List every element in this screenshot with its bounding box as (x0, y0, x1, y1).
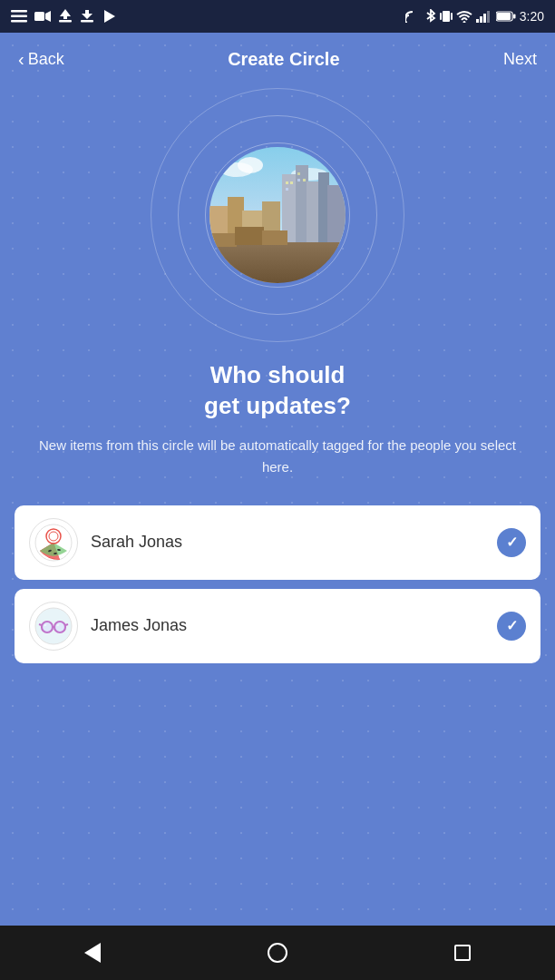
home-nav-icon (268, 943, 287, 963)
svg-point-24 (238, 157, 263, 173)
back-nav-button[interactable] (74, 935, 111, 971)
avatar-sarah (29, 518, 78, 567)
status-bar: 3:20 (0, 0, 555, 33)
svg-point-14 (462, 21, 465, 23)
recents-nav-icon (454, 945, 471, 961)
svg-point-10 (405, 21, 407, 23)
contact-item-sarah[interactable]: Sarah Jonas ✓ (15, 505, 540, 580)
svg-marker-9 (104, 10, 115, 23)
svg-rect-11 (443, 11, 450, 22)
recents-nav-button[interactable] (444, 935, 481, 971)
svg-rect-40 (303, 179, 306, 181)
svg-point-57 (43, 622, 53, 632)
svg-rect-17 (483, 14, 486, 23)
back-button[interactable]: ‹ Back (18, 49, 64, 70)
svg-rect-38 (297, 172, 300, 175)
svg-marker-8 (82, 10, 92, 19)
svg-rect-1 (11, 15, 27, 18)
svg-rect-16 (480, 16, 482, 23)
text-section: Who should get updates? New items from t… (0, 342, 555, 487)
svg-rect-35 (286, 181, 288, 184)
checkmark-sarah: ✓ (506, 534, 518, 551)
svg-rect-36 (290, 181, 293, 184)
upload-icon (58, 9, 73, 24)
page-title: Create Circle (228, 49, 339, 70)
svg-rect-21 (513, 15, 516, 19)
svg-rect-18 (487, 11, 490, 23)
download-icon (80, 9, 94, 24)
svg-rect-13 (451, 13, 453, 20)
signal-icon (476, 10, 492, 23)
play-icon (102, 9, 116, 24)
circles-area (0, 88, 555, 342)
contact-left-sarah: Sarah Jonas (29, 518, 182, 567)
avatar-james (29, 602, 78, 651)
svg-rect-5 (59, 20, 72, 23)
svg-point-58 (55, 622, 65, 632)
contact-left-james: James Jonas (29, 602, 187, 651)
bluetooth-icon (425, 9, 436, 24)
svg-rect-15 (476, 19, 479, 23)
svg-rect-20 (497, 13, 511, 20)
video-icon (34, 10, 51, 23)
bottom-nav (0, 926, 555, 980)
back-nav-icon (84, 943, 101, 963)
main-content: ‹ Back Create Circle Next (0, 33, 555, 926)
heading-line2: get updates? (204, 392, 351, 419)
next-button[interactable]: Next (503, 50, 537, 69)
vibrate-icon (440, 9, 453, 24)
svg-rect-3 (34, 12, 44, 21)
svg-rect-27 (296, 165, 308, 247)
checkmark-james: ✓ (506, 617, 518, 634)
svg-line-55 (39, 624, 42, 625)
svg-rect-43 (235, 227, 264, 245)
city-image (209, 147, 346, 283)
home-nav-button[interactable] (259, 935, 296, 971)
svg-rect-44 (262, 230, 287, 245)
svg-rect-39 (297, 179, 300, 181)
svg-rect-37 (286, 188, 288, 191)
contact-name-james: James Jonas (91, 616, 187, 635)
chevron-left-icon: ‹ (18, 49, 24, 70)
svg-rect-7 (81, 20, 93, 23)
contact-item-james[interactable]: James Jonas ✓ (15, 589, 540, 663)
svg-rect-2 (11, 20, 27, 23)
svg-rect-0 (11, 10, 27, 13)
svg-marker-6 (60, 9, 71, 19)
check-circle-sarah: ✓ (497, 528, 526, 557)
profile-photo[interactable] (209, 147, 346, 283)
check-circle-james: ✓ (497, 612, 526, 641)
heading-line1: Who should (210, 361, 346, 388)
cast-icon (405, 10, 422, 23)
main-heading: Who should get updates? (36, 360, 519, 422)
back-label: Back (28, 50, 64, 69)
svg-line-56 (65, 624, 68, 625)
contact-name-sarah: Sarah Jonas (91, 533, 182, 552)
status-bar-icons-right: 3:20 (405, 9, 544, 24)
svg-marker-4 (45, 11, 51, 22)
top-nav: ‹ Back Create Circle Next (0, 33, 555, 79)
status-bar-icons-left (11, 9, 116, 24)
watermelon-icon (34, 524, 73, 562)
sub-text: New items from this circle will be autom… (36, 435, 519, 478)
contact-list: Sarah Jonas ✓ (0, 487, 555, 678)
menu-icon (11, 10, 27, 23)
battery-icon (496, 11, 516, 22)
svg-rect-12 (440, 13, 442, 20)
wifi-icon (456, 10, 472, 23)
glasses-icon (34, 607, 73, 645)
status-time: 3:20 (520, 9, 544, 24)
